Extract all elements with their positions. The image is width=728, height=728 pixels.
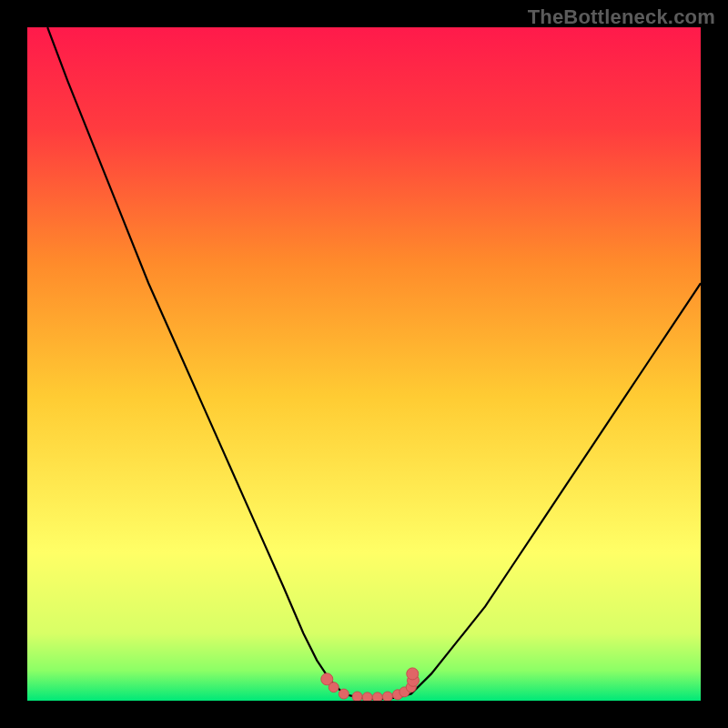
valley-marker [372,693,382,701]
valley-marker [339,689,349,699]
attribution-watermark: TheBottleneck.com [528,5,715,29]
bottleneck-curve-chart [27,27,701,701]
valley-marker [362,693,372,701]
valley-marker [407,668,419,680]
heatmap-background [27,27,701,701]
valley-marker [352,692,362,701]
chart-frame: TheBottleneck.com [0,0,728,728]
valley-marker [329,682,339,693]
valley-marker [382,692,392,701]
plot-area [27,27,701,701]
